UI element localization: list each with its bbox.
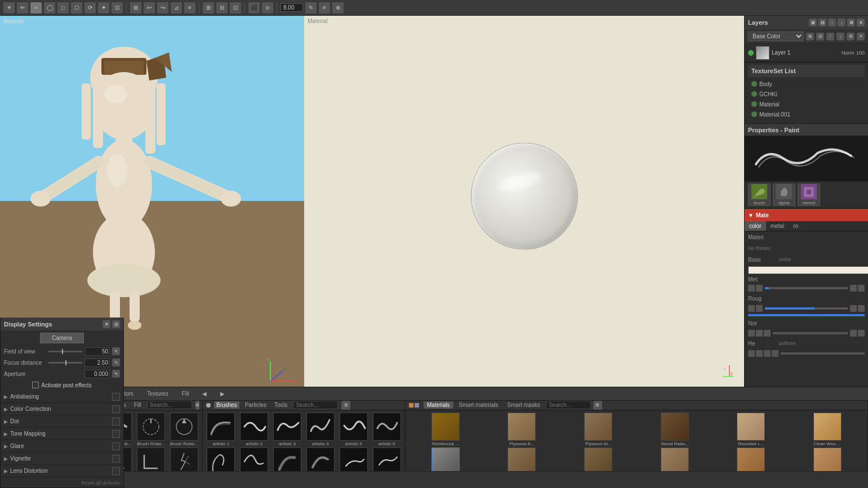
layer-1-row[interactable]: Layer 1 Norm 100: [745, 44, 868, 62]
mat-item-clean-wood[interactable]: Clean Wood...: [790, 413, 865, 446]
shelf-tab-textures[interactable]: Textures: [145, 389, 171, 398]
layers-icon-3[interactable]: ↑: [828, 19, 836, 26]
brushes-grid-btn[interactable]: ⊞: [341, 401, 350, 410]
toolbar-icon-20[interactable]: ⊕: [332, 2, 344, 14]
mat-item-reinforced[interactable]: Reinforced ...: [408, 413, 483, 446]
brush-item-bark1[interactable]: Bark 1: [205, 447, 237, 471]
brush-item-basmati[interactable]: Basmati Brush: [238, 447, 270, 471]
metal-icon-4[interactable]: [858, 285, 865, 292]
rough-icon-2[interactable]: [756, 305, 763, 312]
nor-slider-track[interactable]: [773, 332, 848, 334]
layers-icon-1[interactable]: ⊞: [809, 19, 817, 26]
toolbar-icon-pencil[interactable]: ✎: [305, 2, 317, 14]
brushes-subtab[interactable]: Brushes: [214, 401, 239, 409]
layer-visibility-dot[interactable]: [748, 50, 754, 56]
base-color-icon-3[interactable]: ↑: [826, 33, 834, 41]
hei-icon-4[interactable]: [772, 350, 778, 357]
toolbar-icon-10[interactable]: ↩: [144, 2, 155, 14]
brush-item-cement1[interactable]: Cement 1: [271, 447, 304, 471]
layers-icon-6[interactable]: ✕: [857, 19, 865, 26]
mat-item-rounded-l[interactable]: Rounded L...: [714, 413, 789, 446]
mat-item-old-widdle[interactable]: Old Widdle...: [484, 447, 560, 471]
brush-item-artistic2[interactable]: artistic 2: [238, 413, 270, 446]
mat-item-plywood-w[interactable]: Plywood W...: [560, 413, 636, 446]
brush-item-artistic6[interactable]: artistic 6: [371, 413, 403, 446]
nor-icon-4[interactable]: [850, 330, 857, 337]
layers-icon-2[interactable]: ⊟: [818, 19, 826, 26]
mat-item-wood-railw[interactable]: Wood Railw...: [637, 413, 713, 446]
materials-grid-btn[interactable]: ⊞: [593, 401, 602, 410]
mat-item-wooden-cr[interactable]: Wooden Cr...: [714, 447, 789, 471]
brush-item-cement2[interactable]: Cement 2: [304, 447, 336, 471]
alphas-grid-btn[interactable]: ⊞: [195, 401, 199, 410]
viewport-right[interactable]: Material Z Y: [304, 16, 744, 387]
toolbar-brush[interactable]: ⌗: [30, 2, 42, 14]
hei-icon-3[interactable]: [764, 350, 771, 357]
toolbar-icon-1[interactable]: ☀: [3, 2, 15, 14]
nor-icon-3[interactable]: [764, 330, 771, 337]
base-color-icon-1[interactable]: ⊞: [806, 33, 814, 41]
base-color-icon-2[interactable]: ⊟: [816, 33, 824, 41]
toolbar-icon-6[interactable]: ⟳: [84, 2, 96, 14]
rough-icon-3[interactable]: [850, 305, 857, 312]
brush-size-input[interactable]: 8.00: [281, 3, 303, 12]
toolbar-icon-4[interactable]: □: [57, 2, 69, 14]
toolbar-icon-7[interactable]: ✦: [98, 2, 109, 14]
nor-icon-2[interactable]: [756, 330, 763, 337]
brush-item-artistic1[interactable]: artistic 1: [205, 413, 237, 446]
metal-slider-track[interactable]: [765, 287, 848, 289]
full-blue-slider[interactable]: [748, 314, 865, 316]
hei-icon-2[interactable]: [756, 350, 763, 357]
metal-icon-1[interactable]: [748, 285, 755, 292]
brushes-search[interactable]: [293, 401, 338, 409]
mat-item-small-detail[interactable]: Small Detail...: [408, 447, 483, 471]
toolbar-icon-5[interactable]: ⬡: [71, 2, 82, 14]
smart-masks-tab[interactable]: Smart masks: [504, 401, 544, 409]
toolbar-icon-3[interactable]: ◯: [44, 2, 55, 14]
alpha-tab[interactable]: alpha: [773, 183, 795, 206]
alpha-item-cracks01[interactable]: Cracks 01: [168, 447, 200, 471]
toolbar-icon-11[interactable]: ↪: [157, 2, 168, 14]
mat-tab-metal[interactable]: metal: [766, 221, 789, 231]
base-color-icon-4[interactable]: ↓: [836, 33, 844, 41]
brush-item-artistic3[interactable]: artistic 3: [271, 413, 304, 446]
particles-subtab[interactable]: Particles: [243, 401, 269, 409]
base-color-select[interactable]: Base Color: [748, 32, 804, 41]
toolbar-icon-13[interactable]: ≡: [184, 2, 195, 14]
base-color-icon-5[interactable]: ⚙: [847, 33, 854, 41]
shelf-tab-arrow-r[interactable]: ▶: [218, 389, 227, 398]
fill-subtab[interactable]: Fill: [132, 401, 144, 409]
rough-slider-track[interactable]: [765, 307, 848, 310]
hei-slider-track[interactable]: [781, 352, 865, 355]
toolbar-icon-14[interactable]: ⊞: [203, 2, 214, 14]
nor-icon-5[interactable]: [858, 330, 865, 337]
brush-tab[interactable]: brush: [748, 183, 771, 206]
mat-item-wooden-w[interactable]: Wooden W...: [790, 447, 865, 471]
brush-item-chalk1[interactable]: Chalk 1: [337, 447, 370, 471]
toolbar-icon-12[interactable]: ⊿: [171, 2, 182, 14]
alphas-search[interactable]: [147, 401, 192, 409]
mat-item-plywood-a[interactable]: Plywood A...: [484, 413, 560, 446]
nor-icon-1[interactable]: [748, 330, 755, 337]
textureset-item-body[interactable]: Body: [751, 79, 861, 89]
layers-icon-4[interactable]: ↓: [838, 19, 845, 26]
textureset-item-material001[interactable]: Material.001: [751, 109, 861, 119]
textureset-item-material[interactable]: Material: [751, 99, 861, 109]
base-color-icon-6[interactable]: ✕: [857, 33, 865, 41]
toolbar-icon-17[interactable]: ⬛: [248, 2, 260, 14]
brush-item-chalk2[interactable]: Chalk 2: [371, 447, 403, 471]
toolbar-icon-15[interactable]: ⊟: [216, 2, 228, 14]
shelf-tab-fill[interactable]: Fill: [180, 389, 192, 398]
brush-item-artistic5[interactable]: artistic 5: [337, 413, 370, 446]
layers-icon-5[interactable]: ⚙: [847, 19, 855, 26]
toolbar-icon-2[interactable]: ✏: [17, 2, 28, 14]
alpha-item-brushrotat1[interactable]: Brush Rotat...: [135, 413, 167, 446]
mat-tab-ro[interactable]: ro: [789, 221, 803, 231]
base-color-swatch[interactable]: [748, 266, 868, 274]
textureset-item-gchkl[interactable]: GCHKl.: [751, 89, 861, 99]
alpha-item-corner2[interactable]: Corner 2: [135, 447, 167, 471]
rough-icon-4[interactable]: [858, 305, 865, 312]
metal-icon-3[interactable]: [850, 285, 857, 292]
tools-subtab[interactable]: Tools: [272, 401, 290, 409]
stencil-tab[interactable]: stencil: [798, 183, 820, 206]
